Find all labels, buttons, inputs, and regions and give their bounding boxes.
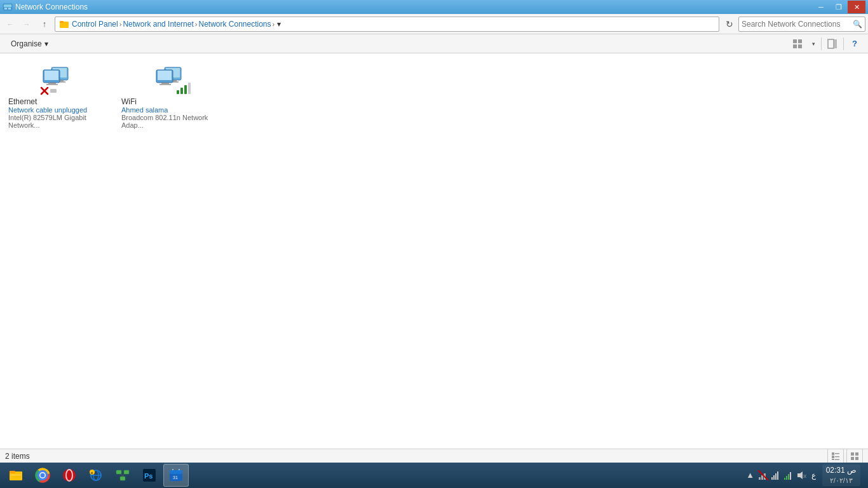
svg-rect-47 xyxy=(11,475,21,475)
svg-rect-3 xyxy=(8,8,11,10)
search-input[interactable] xyxy=(742,20,853,29)
search-icon[interactable]: 🔍 xyxy=(853,20,862,29)
svg-rect-76 xyxy=(761,475,763,480)
system-tray: ▲ xyxy=(745,464,865,486)
organise-button[interactable]: Organise ▾ xyxy=(5,37,54,51)
preview-pane-button[interactable] xyxy=(824,36,841,51)
svg-line-66 xyxy=(123,474,124,477)
svg-rect-86 xyxy=(790,472,791,480)
ie-icon: e xyxy=(88,468,104,483)
ethernet-icon xyxy=(40,65,78,95)
wifi-status: Ahmed salama xyxy=(121,106,223,114)
svg-rect-5 xyxy=(60,21,64,23)
taskbar-network-shortcuts[interactable] xyxy=(110,464,135,487)
window-icon xyxy=(3,2,13,12)
forward-button[interactable]: → xyxy=(19,17,34,32)
svg-rect-41 xyxy=(851,452,854,456)
breadcrumb-dropdown-arrow[interactable]: ▾ xyxy=(277,20,281,29)
svg-rect-82 xyxy=(777,471,778,480)
back-button[interactable]: ← xyxy=(3,17,18,32)
svg-rect-73 xyxy=(170,470,182,472)
svg-rect-10 xyxy=(828,39,834,48)
svg-rect-79 xyxy=(771,477,773,480)
restore-button[interactable]: ❐ xyxy=(830,1,848,13)
svg-rect-22 xyxy=(50,89,57,93)
svg-rect-32 xyxy=(180,88,183,94)
refresh-button[interactable]: ↻ xyxy=(722,17,737,32)
svg-rect-8 xyxy=(793,44,797,48)
breadcrumb-bar[interactable]: Control Panel › Network and Internet › N… xyxy=(55,17,719,32)
taskbar-opera[interactable] xyxy=(57,464,82,487)
svg-rect-30 xyxy=(159,84,171,85)
toolbar-right: ▾ ? xyxy=(789,36,863,51)
view-tiles-button[interactable] xyxy=(789,36,806,51)
svg-rect-62 xyxy=(116,470,121,474)
up-button[interactable]: ↑ xyxy=(37,17,52,32)
svg-rect-1 xyxy=(4,4,11,7)
clock[interactable]: 02:31 ص ٢/٠٢/١٣ xyxy=(822,464,860,486)
close-button[interactable]: ✕ xyxy=(848,1,865,13)
svg-rect-85 xyxy=(788,474,789,480)
window-controls: ─ ❐ ✕ xyxy=(812,1,865,13)
wifi-icon-area xyxy=(153,64,191,96)
ethernet-info: Ethernet Network cable unplugged Intel(R… xyxy=(8,97,110,129)
svg-rect-46 xyxy=(10,471,15,473)
breadcrumb-control-panel[interactable]: Control Panel xyxy=(72,20,118,29)
breadcrumb-network-connections[interactable]: Network Connections xyxy=(198,20,271,29)
svg-rect-63 xyxy=(124,470,129,474)
photoshop-icon: Ps xyxy=(142,468,157,483)
minimize-button[interactable]: ─ xyxy=(812,1,830,13)
calendar-icon: 31 xyxy=(168,468,184,483)
svg-rect-43 xyxy=(851,457,854,460)
taskbar-calendar[interactable]: 31 xyxy=(163,464,189,487)
wifi-name: WiFi xyxy=(121,97,223,106)
svg-rect-19 xyxy=(46,84,58,85)
taskbar-chrome[interactable] xyxy=(30,464,55,487)
svg-point-53 xyxy=(41,473,45,478)
help-button[interactable]: ? xyxy=(846,36,863,51)
address-bar: ← → ↑ Control Panel › Network and Intern… xyxy=(0,14,868,34)
ethernet-connection-item[interactable]: Ethernet Network cable unplugged Intel(R… xyxy=(5,58,113,135)
systray-network-disabled[interactable] xyxy=(757,470,769,481)
large-icon-view-icon xyxy=(850,452,859,461)
taskbar-ie[interactable]: e xyxy=(83,464,109,487)
taskbar-photoshop[interactable]: Ps xyxy=(137,464,162,487)
toolbar-divider2 xyxy=(843,37,844,50)
svg-rect-37 xyxy=(832,456,834,458)
wifi-connection-item[interactable]: WiFi Ahmed salama Broadcom 802.11n Netwo… xyxy=(118,58,226,135)
toolbar-divider xyxy=(821,37,822,50)
organise-label: Organise xyxy=(11,39,42,48)
list-view-icon xyxy=(831,452,840,461)
svg-rect-40 xyxy=(835,459,839,460)
svg-rect-44 xyxy=(855,457,858,460)
systray-language[interactable]: ع xyxy=(808,470,820,481)
list-view-button[interactable] xyxy=(827,449,844,464)
svg-rect-17 xyxy=(44,71,58,80)
network-icon xyxy=(771,470,781,480)
signal-icon xyxy=(783,470,794,480)
svg-text:Ps: Ps xyxy=(144,472,153,480)
systray-volume[interactable]: )))) xyxy=(796,470,807,481)
svg-rect-38 xyxy=(835,456,839,458)
network-shortcuts-icon xyxy=(115,468,130,483)
clock-time: 02:31 ص xyxy=(826,466,857,476)
wifi-adapter: Broadcom 802.11n Network Adap... xyxy=(121,114,223,129)
ethernet-name: Ethernet xyxy=(8,97,110,106)
systray-signal[interactable] xyxy=(783,470,794,481)
svg-rect-83 xyxy=(784,478,785,480)
breadcrumb-network-internet[interactable]: Network and Internet xyxy=(123,20,193,29)
view-tiles-icon xyxy=(792,39,803,49)
taskbar-file-explorer[interactable] xyxy=(3,464,29,487)
svg-rect-33 xyxy=(184,85,187,94)
status-bar: 2 items xyxy=(0,449,868,463)
svg-text:31: 31 xyxy=(173,475,178,480)
systray-network[interactable] xyxy=(770,470,782,481)
svg-line-65 xyxy=(121,474,123,477)
svg-rect-28 xyxy=(158,71,172,80)
systray-chevron[interactable]: ▲ xyxy=(745,470,756,481)
view-dropdown-button[interactable]: ▾ xyxy=(808,36,818,51)
large-icon-view-button[interactable] xyxy=(846,449,863,464)
clock-date: ٢/٠٢/١٣ xyxy=(826,476,857,485)
title-bar: Network Connections ─ ❐ ✕ xyxy=(0,0,868,14)
svg-rect-6 xyxy=(793,39,797,43)
